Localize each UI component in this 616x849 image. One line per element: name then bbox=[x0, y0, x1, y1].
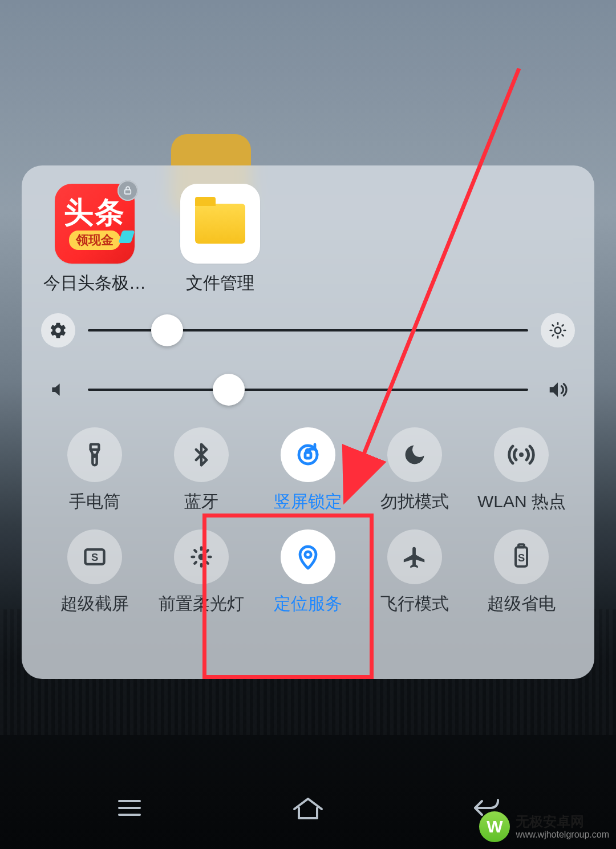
svg-line-8 bbox=[553, 335, 554, 336]
super-screenshot-icon: S bbox=[67, 529, 122, 584]
recent-app-label: 文件管理 bbox=[186, 272, 254, 295]
svg-line-22 bbox=[194, 550, 196, 552]
toggle-hotspot[interactable]: WLAN 热点 bbox=[468, 427, 575, 514]
toggle-super-screenshot[interactable]: S 超级截屏 bbox=[41, 529, 148, 616]
svg-rect-28 bbox=[518, 544, 524, 547]
toggle-label: 蓝牙 bbox=[184, 490, 218, 514]
toggle-label: 超级省电 bbox=[487, 592, 556, 616]
svg-line-9 bbox=[562, 325, 564, 326]
toggle-label: 超级截屏 bbox=[60, 592, 129, 616]
volume-max-icon bbox=[541, 373, 575, 407]
toggle-bluetooth[interactable]: 蓝牙 bbox=[148, 427, 254, 514]
svg-point-14 bbox=[519, 452, 524, 457]
home-icon bbox=[292, 795, 324, 820]
rotation-lock-icon bbox=[281, 427, 335, 482]
annotation-highlight-box bbox=[202, 514, 374, 679]
svg-line-6 bbox=[553, 325, 554, 326]
nav-recents-button[interactable] bbox=[95, 790, 164, 826]
svg-point-1 bbox=[555, 328, 561, 334]
recent-apps-row: 头条 领现金 今日头条极… 文件管理 bbox=[41, 184, 575, 295]
lock-icon bbox=[117, 180, 138, 201]
settings-button[interactable] bbox=[41, 313, 75, 347]
toggle-flashlight[interactable]: 手电筒 bbox=[41, 427, 148, 514]
toggle-label: WLAN 热点 bbox=[477, 490, 566, 514]
svg-line-24 bbox=[194, 562, 196, 564]
brightness-thumb[interactable] bbox=[151, 314, 183, 346]
volume-track bbox=[88, 389, 528, 391]
toggle-battery-s[interactable]: S 超级省电 bbox=[468, 529, 575, 616]
volume-slider[interactable] bbox=[88, 373, 528, 407]
toutiao-icon: 头条 领现金 bbox=[55, 184, 135, 264]
volume-row bbox=[41, 373, 575, 407]
flashlight-icon bbox=[67, 427, 122, 482]
speaker-high-icon bbox=[547, 379, 569, 401]
toggle-moon[interactable]: 勿扰模式 bbox=[362, 427, 468, 514]
brightness-max-button[interactable] bbox=[541, 313, 575, 347]
svg-rect-10 bbox=[90, 444, 99, 450]
toggle-label: 飞行模式 bbox=[380, 592, 449, 616]
brightness-icon bbox=[549, 321, 567, 339]
nav-home-button[interactable] bbox=[274, 790, 342, 826]
brightness-row bbox=[41, 313, 575, 347]
toggle-rotation-lock[interactable]: 竖屏锁定 bbox=[254, 427, 361, 514]
watermark-subtitle: www.wjhotelgroup.com bbox=[516, 830, 609, 840]
toggle-airplane[interactable]: 飞行模式 bbox=[362, 529, 468, 616]
watermark: W 无极安卓网 www.wjhotelgroup.com bbox=[479, 811, 609, 842]
volume-thumb[interactable] bbox=[213, 374, 245, 406]
toggle-label: 竖屏锁定 bbox=[274, 490, 342, 514]
watermark-badge: W bbox=[479, 811, 510, 842]
battery-s-icon: S bbox=[494, 529, 549, 584]
moon-icon bbox=[387, 427, 442, 482]
svg-rect-0 bbox=[125, 190, 131, 195]
toutiao-icon-text: 头条 bbox=[64, 197, 125, 227]
svg-text:S: S bbox=[91, 551, 98, 563]
hotspot-icon bbox=[494, 427, 549, 482]
files-icon bbox=[180, 184, 260, 264]
svg-text:S: S bbox=[518, 552, 525, 564]
toggle-label: 手电筒 bbox=[69, 490, 120, 514]
brightness-slider[interactable] bbox=[88, 313, 528, 347]
volume-min-icon bbox=[41, 373, 75, 407]
bluetooth-icon bbox=[174, 427, 229, 482]
gear-icon bbox=[49, 321, 67, 339]
recent-app-files[interactable]: 文件管理 bbox=[175, 184, 266, 295]
svg-line-7 bbox=[562, 335, 564, 336]
airplane-icon bbox=[387, 529, 442, 584]
toggle-label: 勿扰模式 bbox=[380, 490, 449, 514]
recent-app-label: 今日头条极… bbox=[43, 272, 146, 295]
watermark-title: 无极安卓网 bbox=[516, 814, 609, 830]
recent-app-toutiao[interactable]: 头条 领现金 今日头条极… bbox=[49, 184, 140, 295]
toutiao-icon-badge: 领现金 bbox=[69, 231, 120, 250]
speaker-low-icon bbox=[49, 381, 67, 399]
recents-icon bbox=[116, 798, 143, 818]
